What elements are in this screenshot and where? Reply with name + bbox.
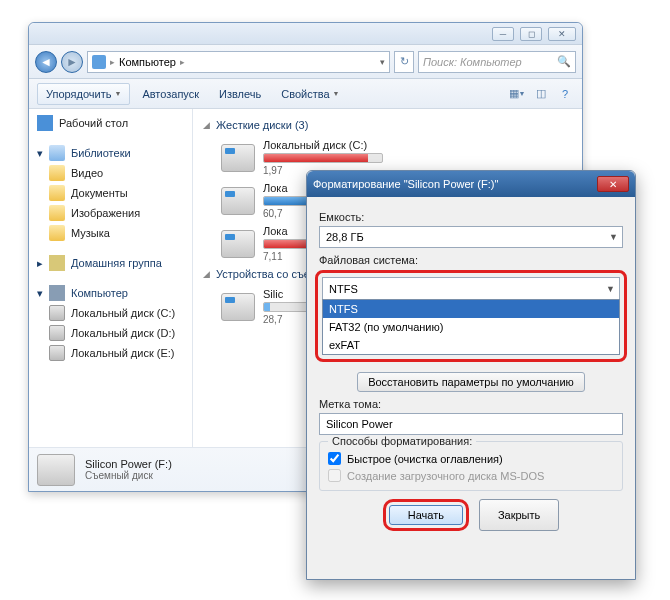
- filesystem-highlight: NTFS ▼ NTFS FAT32 (по умолчанию) exFAT: [315, 270, 627, 362]
- capacity-label: Емкость:: [319, 211, 623, 223]
- chevron-down-icon: ▼: [114, 90, 121, 97]
- sidebar-item-documents[interactable]: Документы: [29, 183, 192, 203]
- computer-icon: [92, 55, 106, 69]
- address-bar[interactable]: ▸ Компьютер ▸ ▾: [87, 51, 390, 73]
- capacity-value: 28,8 ГБ: [326, 231, 364, 243]
- preview-pane-button[interactable]: ◫: [532, 85, 550, 103]
- folder-icon: [49, 205, 65, 221]
- start-button-highlight: Начать: [383, 499, 469, 531]
- sidebar-item-homegroup[interactable]: ▸Домашняя группа: [29, 253, 192, 273]
- format-dialog: Форматирование "Silicon Power (F:)" ✕ Ем…: [306, 170, 636, 580]
- format-methods-label: Способы форматирования:: [328, 435, 476, 447]
- sidebar-item-desktop[interactable]: Рабочий стол: [29, 113, 192, 133]
- view-button[interactable]: ▦▼: [508, 85, 526, 103]
- sidebar-item-images[interactable]: Изображения: [29, 203, 192, 223]
- capacity-select[interactable]: 28,8 ГБ ▼: [319, 226, 623, 248]
- folder-icon: [49, 185, 65, 201]
- chevron-down-icon: ◢: [203, 269, 210, 279]
- back-button[interactable]: ◄: [35, 51, 57, 73]
- sidebar-item-drive-d[interactable]: Локальный диск (D:): [29, 323, 192, 343]
- search-icon: 🔍: [557, 55, 571, 68]
- close-button[interactable]: ✕: [548, 27, 576, 41]
- toolbar: Упорядочить▼ Автозапуск Извлечь Свойства…: [29, 79, 582, 109]
- quick-format-checkbox[interactable]: Быстрое (очистка оглавления): [328, 450, 614, 467]
- dialog-title: Форматирование "Silicon Power (F:)": [313, 178, 597, 190]
- status-type: Съемный диск: [85, 470, 172, 481]
- fs-option-fat32[interactable]: FAT32 (по умолчанию): [323, 318, 619, 336]
- status-name: Silicon Power (F:): [85, 458, 172, 470]
- sidebar: Рабочий стол ▾Библиотеки Видео Документы…: [29, 109, 193, 447]
- chevron-right-icon: ▸: [180, 57, 185, 67]
- chevron-down-icon: ▾: [37, 287, 43, 300]
- filesystem-selected: NTFS: [329, 283, 358, 295]
- filesystem-dropdown: NTFS FAT32 (по умолчанию) exFAT: [322, 299, 620, 355]
- filesystem-select[interactable]: NTFS ▼: [322, 277, 620, 299]
- sidebar-item-computer[interactable]: ▾Компьютер: [29, 283, 192, 303]
- restore-defaults-button[interactable]: Восстановить параметры по умолчанию: [357, 372, 585, 392]
- chevron-down-icon: ◢: [203, 120, 210, 130]
- maximize-button[interactable]: ◻: [520, 27, 542, 41]
- drive-icon: [49, 345, 65, 361]
- chevron-down-icon: ▾: [37, 147, 43, 160]
- capacity-bar: [263, 153, 383, 163]
- dialog-buttons: Начать Закрыть: [319, 499, 623, 531]
- drive-icon: [221, 144, 255, 172]
- autorun-button[interactable]: Автозапуск: [134, 84, 207, 104]
- removable-drive-icon: [221, 293, 255, 321]
- sidebar-item-drive-c[interactable]: Локальный диск (C:): [29, 303, 192, 323]
- help-button[interactable]: ?: [556, 85, 574, 103]
- extract-button[interactable]: Извлечь: [211, 84, 269, 104]
- sidebar-item-video[interactable]: Видео: [29, 163, 192, 183]
- chevron-down-icon: ▼: [606, 284, 615, 294]
- desktop-icon: [37, 115, 53, 131]
- computer-icon: [49, 285, 65, 301]
- chevron-right-icon: ▸: [110, 57, 115, 67]
- checkbox-icon: [328, 469, 341, 482]
- search-placeholder: Поиск: Компьютер: [423, 56, 522, 68]
- chevron-right-icon: ▸: [37, 257, 43, 270]
- sidebar-item-libraries[interactable]: ▾Библиотеки: [29, 143, 192, 163]
- sidebar-item-drive-e[interactable]: Локальный диск (E:): [29, 343, 192, 363]
- removable-drive-icon: [37, 454, 75, 486]
- start-button[interactable]: Начать: [389, 505, 463, 525]
- fs-option-ntfs[interactable]: NTFS: [323, 300, 619, 318]
- volume-label-input[interactable]: Silicon Power: [319, 413, 623, 435]
- checkbox-icon[interactable]: [328, 452, 341, 465]
- sidebar-item-music[interactable]: Музыка: [29, 223, 192, 243]
- homegroup-icon: [49, 255, 65, 271]
- explorer-titlebar: ─ ◻ ✕: [29, 23, 582, 45]
- folder-icon: [49, 225, 65, 241]
- chevron-down-icon: ▼: [609, 232, 618, 242]
- minimize-button[interactable]: ─: [492, 27, 514, 41]
- folder-icon: [49, 165, 65, 181]
- chevron-down-icon[interactable]: ▾: [380, 57, 385, 67]
- drive-icon: [49, 325, 65, 341]
- libraries-icon: [49, 145, 65, 161]
- format-methods-group: Способы форматирования: Быстрое (очистка…: [319, 441, 623, 491]
- hdd-section-header[interactable]: ◢Жесткие диски (3): [203, 115, 572, 135]
- close-button[interactable]: ✕: [597, 176, 629, 192]
- fs-option-exfat[interactable]: exFAT: [323, 336, 619, 354]
- close-dialog-button[interactable]: Закрыть: [479, 499, 559, 531]
- drive-name: Локальный диск (C:): [263, 139, 572, 151]
- address-row: ◄ ► ▸ Компьютер ▸ ▾ ↻ Поиск: Компьютер 🔍: [29, 45, 582, 79]
- msdos-boot-checkbox: Создание загрузочного диска MS-DOS: [328, 467, 614, 484]
- filesystem-label: Файловая система:: [319, 254, 623, 266]
- drive-icon: [221, 230, 255, 258]
- dialog-titlebar: Форматирование "Silicon Power (F:)" ✕: [307, 171, 635, 197]
- drive-icon: [221, 187, 255, 215]
- search-input[interactable]: Поиск: Компьютер 🔍: [418, 51, 576, 73]
- breadcrumb-computer[interactable]: Компьютер: [119, 56, 176, 68]
- forward-button[interactable]: ►: [61, 51, 83, 73]
- volume-label-label: Метка тома:: [319, 398, 623, 410]
- organize-button[interactable]: Упорядочить▼: [37, 83, 130, 105]
- drive-icon: [49, 305, 65, 321]
- refresh-button[interactable]: ↻: [394, 51, 414, 73]
- properties-button[interactable]: Свойства▼: [273, 84, 347, 104]
- chevron-down-icon: ▼: [333, 90, 340, 97]
